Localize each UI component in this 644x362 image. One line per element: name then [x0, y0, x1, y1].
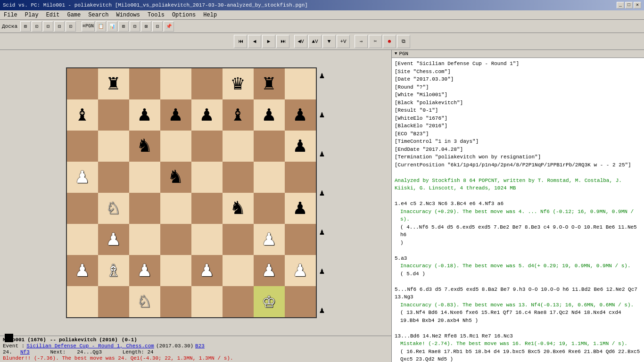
square-f5[interactable] — [223, 162, 254, 193]
square-f7[interactable]: ♝ — [223, 99, 254, 131]
nav-end[interactable]: ⏭ — [276, 35, 289, 48]
menu-game[interactable]: Game — [65, 12, 83, 18]
square-a5[interactable]: ♟ — [67, 162, 98, 193]
square-h1[interactable] — [285, 286, 316, 317]
nav-var-up[interactable]: ▲V — [308, 35, 322, 48]
square-e5[interactable] — [191, 162, 223, 193]
tb-btn-4[interactable]: ⊡ — [54, 21, 65, 32]
menu-search[interactable]: Search — [86, 12, 110, 18]
tb-btn-5[interactable]: ⊡ — [66, 21, 76, 32]
square-g1[interactable]: ♔ — [254, 286, 285, 317]
square-f8[interactable]: ♛ — [223, 68, 254, 99]
square-d5[interactable]: ♞ — [160, 162, 191, 193]
square-g7[interactable]: ♟ — [254, 99, 285, 131]
square-b8[interactable]: ♜ — [98, 68, 129, 99]
menu-tools[interactable]: Tools — [146, 12, 166, 18]
minimize-button[interactable]: _ — [617, 2, 624, 8]
nav-var-down[interactable]: ▼ — [322, 35, 336, 48]
tb-btn-6[interactable]: ≡PGN — [82, 21, 95, 32]
nav-var-add[interactable]: +V — [337, 35, 350, 48]
square-a6[interactable] — [67, 131, 98, 162]
nav-next[interactable]: ▶ — [262, 35, 275, 48]
square-h6[interactable]: ♟ — [285, 131, 316, 162]
nav-copy[interactable]: ⧉ — [397, 35, 410, 48]
menu-edit[interactable]: Edit — [44, 12, 62, 18]
nav-cut[interactable]: ✂ — [369, 35, 382, 48]
nav-prev[interactable]: ◀ — [248, 35, 261, 48]
square-e1[interactable] — [191, 286, 223, 317]
square-a7[interactable]: ♝ — [67, 99, 98, 131]
square-b7[interactable] — [98, 99, 129, 131]
square-d4[interactable] — [160, 193, 191, 224]
square-g5[interactable] — [254, 162, 285, 193]
square-h5[interactable] — [285, 162, 316, 193]
square-c4[interactable] — [129, 193, 160, 224]
nav-arrow[interactable]: ⇒ — [355, 35, 368, 48]
square-d6[interactable] — [160, 131, 191, 162]
square-g8[interactable]: ♜ — [254, 68, 285, 99]
square-b4[interactable]: ♘ — [98, 193, 129, 224]
nav-start[interactable]: ⏮ — [234, 35, 247, 48]
square-b3[interactable]: ♟ — [98, 224, 129, 255]
square-g6[interactable] — [254, 131, 285, 162]
title-bar-controls[interactable]: _ □ ✕ — [617, 2, 641, 8]
square-g4[interactable] — [254, 193, 285, 224]
square-b6[interactable] — [98, 131, 129, 162]
menu-help[interactable]: Help — [201, 12, 219, 18]
tb-btn-7[interactable]: 📋 — [96, 21, 106, 32]
square-c5[interactable] — [129, 162, 160, 193]
square-c8[interactable] — [129, 68, 160, 99]
square-g3[interactable]: ♟ — [254, 224, 285, 255]
square-f1[interactable] — [223, 286, 254, 317]
square-h7[interactable]: ♟ — [285, 99, 316, 131]
square-a4[interactable] — [67, 193, 98, 224]
menu-play[interactable]: Play — [23, 12, 41, 18]
tb-btn-13[interactable]: 📌 — [164, 21, 174, 32]
square-c6[interactable]: ♞ — [129, 131, 160, 162]
close-button[interactable]: ✕ — [634, 2, 641, 8]
square-h3[interactable] — [285, 224, 316, 255]
event-link[interactable]: Sicilian Defense Cup - Round 1, Chess.co… — [26, 343, 154, 349]
square-e4[interactable] — [191, 193, 223, 224]
square-c2[interactable]: ♟ — [129, 255, 160, 286]
square-a2[interactable]: ♟ — [67, 255, 98, 286]
square-e7[interactable]: ♟ — [191, 99, 223, 131]
square-c3[interactable] — [129, 224, 160, 255]
nav-var-prev[interactable]: ◀V — [294, 35, 307, 48]
square-b5[interactable] — [98, 162, 129, 193]
square-b1[interactable] — [98, 286, 129, 317]
tb-btn-8[interactable]: 📊 — [107, 21, 117, 32]
square-f4[interactable]: ♞ — [223, 193, 254, 224]
tb-btn-12[interactable]: ⊡ — [152, 21, 163, 32]
square-h8[interactable] — [285, 68, 316, 99]
square-f2[interactable] — [223, 255, 254, 286]
square-d8[interactable] — [160, 68, 191, 99]
square-d7[interactable]: ♟ — [160, 99, 191, 131]
square-d2[interactable] — [160, 255, 191, 286]
chess-board[interactable]: ♜ ♛ ♜ ♝ ♟ ♟ ♟ ♝ ♟ ♟ — [66, 67, 317, 318]
square-c1[interactable]: ♘ — [129, 286, 160, 317]
square-e2[interactable]: ♟ — [191, 255, 223, 286]
nav-face[interactable]: ☻ — [383, 35, 396, 48]
square-d1[interactable] — [160, 286, 191, 317]
tb-btn-10[interactable]: ⊟ — [130, 21, 140, 32]
menu-file[interactable]: File — [2, 12, 19, 18]
menu-options[interactable]: Options — [170, 12, 198, 18]
square-f3[interactable] — [223, 224, 254, 255]
square-a3[interactable] — [67, 224, 98, 255]
square-f6[interactable] — [223, 131, 254, 162]
square-e3[interactable] — [191, 224, 223, 255]
maximize-button[interactable]: □ — [625, 2, 633, 8]
square-g2[interactable]: ♟ — [254, 255, 285, 286]
square-c7[interactable]: ♟ — [129, 99, 160, 131]
menu-windows[interactable]: Windows — [114, 12, 141, 18]
square-h2[interactable]: ♟ — [285, 255, 316, 286]
tb-btn-3[interactable]: ⊡ — [43, 21, 53, 32]
pgn-content[interactable]: [Event "Sicilian Defense Cup - Round 1"]… — [392, 58, 644, 362]
square-a1[interactable] — [67, 286, 98, 317]
square-h4[interactable]: ♟ — [285, 193, 316, 224]
square-a8[interactable] — [67, 68, 98, 99]
square-b2[interactable]: ♗ — [98, 255, 129, 286]
square-e6[interactable] — [191, 131, 223, 162]
tb-btn-2[interactable]: ⊡ — [32, 21, 42, 32]
